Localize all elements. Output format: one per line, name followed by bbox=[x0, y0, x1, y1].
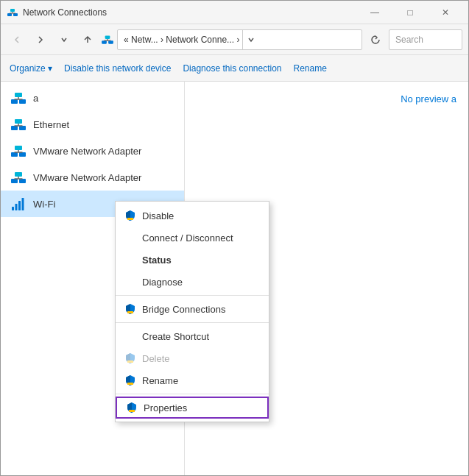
svg-rect-19 bbox=[19, 126, 26, 130]
svg-rect-36 bbox=[12, 207, 14, 210]
up-icon bbox=[83, 35, 92, 44]
ctx-bridge-item[interactable]: Bridge Connections bbox=[116, 298, 269, 320]
ctx-shortcut-item[interactable]: Create Shortcut bbox=[116, 325, 269, 347]
ctx-disable-item[interactable]: Disable bbox=[116, 205, 269, 227]
svg-rect-25 bbox=[19, 152, 26, 157]
svg-rect-39 bbox=[22, 198, 24, 210]
ctx-connect-item[interactable]: Connect / Disconnect bbox=[116, 227, 269, 249]
no-preview-text: No preview a bbox=[401, 93, 456, 104]
disable-network-button[interactable]: Disable this network device bbox=[58, 57, 177, 80]
ctx-separator-2 bbox=[116, 322, 269, 323]
ctx-item-label: Disable bbox=[142, 210, 174, 221]
svg-rect-18 bbox=[11, 126, 18, 130]
svg-rect-42 bbox=[127, 360, 133, 363]
ctx-separator-3 bbox=[116, 394, 269, 394]
file-name: VMware Network Adapter bbox=[33, 172, 141, 183]
back-icon bbox=[13, 35, 21, 44]
network-adapter-icon bbox=[10, 168, 27, 186]
ctx-diagnose-item[interactable]: Diagnose bbox=[116, 271, 269, 293]
svg-rect-12 bbox=[11, 99, 18, 104]
dropdown-icon bbox=[60, 36, 68, 43]
path-dropdown-button[interactable] bbox=[242, 29, 258, 50]
organize-button[interactable]: Organize ▾ bbox=[4, 57, 58, 80]
address-bar: « Netw... › Network Conne... › bbox=[1, 24, 468, 55]
ctx-rename-item[interactable]: Rename bbox=[116, 369, 269, 391]
shield-icon bbox=[126, 402, 138, 413]
network-adapter-icon bbox=[10, 142, 27, 160]
ctx-item-label: Status bbox=[142, 255, 172, 266]
shield-icon bbox=[124, 352, 136, 364]
forward-button[interactable] bbox=[30, 29, 51, 50]
svg-rect-6 bbox=[102, 40, 107, 44]
ctx-item-label: Bridge Connections bbox=[142, 304, 225, 315]
svg-rect-26 bbox=[15, 146, 22, 150]
search-input[interactable] bbox=[389, 29, 462, 50]
context-menu: Disable Connect / Disconnect Status Diag… bbox=[115, 201, 269, 422]
file-name: Wi-Fi bbox=[33, 199, 55, 210]
path-chevron-icon bbox=[247, 36, 255, 43]
svg-rect-7 bbox=[108, 40, 113, 44]
title-bar: Network Connections — □ ✕ bbox=[1, 1, 468, 24]
path-network-icon bbox=[101, 33, 114, 46]
ctx-item-label: Rename bbox=[142, 375, 178, 386]
ctx-item-label: Diagnose bbox=[142, 277, 183, 288]
dropdown-button[interactable] bbox=[54, 29, 74, 50]
toolbar: Organize ▾ Disable this network device D… bbox=[1, 55, 468, 82]
svg-rect-20 bbox=[15, 119, 22, 124]
svg-rect-41 bbox=[127, 311, 133, 313]
ctx-delete-item[interactable]: Delete bbox=[116, 347, 269, 369]
svg-rect-0 bbox=[7, 13, 12, 16]
list-item[interactable]: VMware Network Adapter bbox=[1, 138, 184, 164]
svg-rect-37 bbox=[15, 204, 18, 210]
shield-icon bbox=[124, 374, 136, 386]
shield-icon bbox=[124, 303, 136, 315]
network-adapter-icon bbox=[10, 89, 27, 107]
svg-rect-43 bbox=[127, 383, 133, 385]
network-adapter-icon bbox=[10, 116, 27, 133]
list-item[interactable]: Ethernet bbox=[1, 111, 184, 138]
shield-icon bbox=[124, 210, 136, 221]
forward-icon bbox=[36, 35, 45, 44]
content-area: a Ethernet bbox=[1, 82, 468, 475]
svg-rect-30 bbox=[11, 179, 18, 183]
minimize-button[interactable]: — bbox=[358, 1, 392, 24]
window-controls: — □ ✕ bbox=[358, 1, 462, 24]
svg-rect-31 bbox=[19, 179, 26, 183]
window-title: Network Connections bbox=[23, 7, 107, 18]
ctx-separator-1 bbox=[116, 295, 269, 296]
list-item[interactable]: VMware Network Adapter bbox=[1, 164, 184, 191]
svg-rect-24 bbox=[11, 152, 18, 157]
svg-rect-2 bbox=[10, 9, 15, 12]
close-button[interactable]: ✕ bbox=[429, 1, 462, 24]
svg-rect-38 bbox=[18, 201, 21, 210]
address-path[interactable]: « Netw... › Network Conne... › bbox=[117, 29, 362, 50]
refresh-icon bbox=[370, 35, 381, 45]
maximize-button[interactable]: □ bbox=[393, 1, 427, 24]
ctx-status-item[interactable]: Status bbox=[116, 249, 269, 271]
window: Network Connections — □ ✕ bbox=[0, 0, 469, 476]
diagnose-button[interactable]: Diagnose this connection bbox=[177, 57, 287, 80]
ctx-properties-item[interactable]: Properties bbox=[116, 397, 269, 419]
ctx-item-label: Delete bbox=[142, 353, 170, 364]
ctx-item-label: Connect / Disconnect bbox=[142, 232, 233, 244]
svg-rect-1 bbox=[13, 13, 18, 16]
wifi-icon bbox=[10, 195, 27, 213]
file-name: Ethernet bbox=[33, 119, 69, 130]
ctx-item-label: Create Shortcut bbox=[142, 331, 209, 342]
svg-rect-40 bbox=[127, 218, 133, 220]
svg-rect-13 bbox=[19, 99, 26, 104]
svg-rect-14 bbox=[15, 93, 22, 97]
path-text: « Netw... › Network Conne... › bbox=[124, 35, 239, 45]
svg-rect-8 bbox=[105, 35, 110, 39]
file-name: a bbox=[33, 93, 38, 104]
svg-rect-32 bbox=[15, 172, 22, 177]
refresh-button[interactable] bbox=[365, 29, 386, 50]
window-icon bbox=[7, 7, 18, 18]
rename-button[interactable]: Rename bbox=[288, 57, 333, 80]
file-name: VMware Network Adapter bbox=[33, 146, 141, 157]
ctx-item-label: Properties bbox=[144, 402, 187, 413]
up-button[interactable] bbox=[77, 29, 98, 50]
svg-rect-44 bbox=[129, 410, 135, 412]
list-item[interactable]: a bbox=[1, 85, 184, 111]
back-button[interactable] bbox=[7, 29, 27, 50]
